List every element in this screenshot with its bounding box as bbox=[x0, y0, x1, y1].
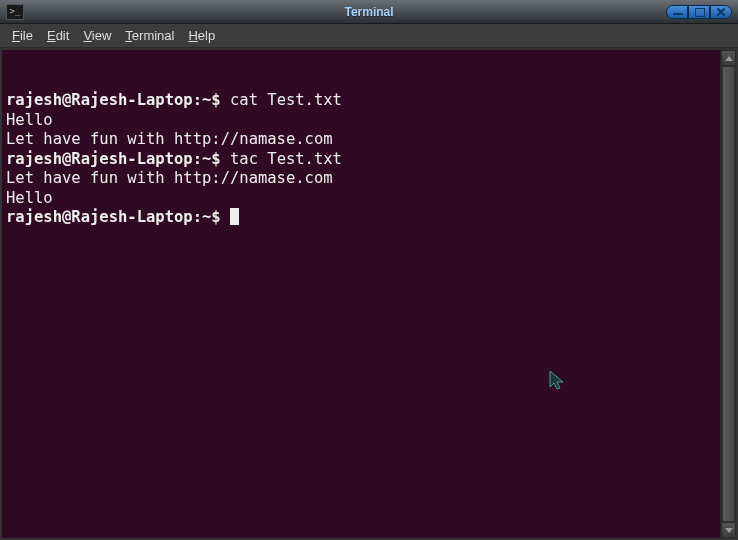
menu-edit[interactable]: Edit bbox=[41, 26, 75, 45]
terminal-line: Let have fun with http://namase.com bbox=[6, 130, 716, 150]
cursor-icon bbox=[474, 350, 569, 419]
maximize-button[interactable] bbox=[688, 5, 710, 19]
terminal-window: >_ Terminal File Edit View Terminal Help… bbox=[0, 0, 738, 540]
titlebar[interactable]: >_ Terminal bbox=[0, 0, 738, 24]
scrollbar[interactable] bbox=[720, 50, 736, 538]
menu-terminal[interactable]: Terminal bbox=[119, 26, 180, 45]
window-title: Terminal bbox=[344, 5, 393, 19]
menu-label: elp bbox=[198, 28, 215, 43]
terminal-line: Hello bbox=[6, 111, 716, 131]
menu-label: iew bbox=[92, 28, 112, 43]
menu-view[interactable]: View bbox=[77, 26, 117, 45]
text-cursor bbox=[230, 208, 239, 225]
close-button[interactable] bbox=[710, 5, 732, 19]
minimize-button[interactable] bbox=[666, 5, 688, 19]
terminal-content[interactable]: rajesh@Rajesh-Laptop:~$ cat Test.txtHell… bbox=[2, 50, 720, 538]
menu-label: erminal bbox=[132, 28, 175, 43]
terminal-line: Hello bbox=[6, 189, 716, 209]
scrollbar-thumb[interactable] bbox=[722, 66, 735, 522]
window-controls bbox=[666, 5, 732, 19]
terminal-line: rajesh@Rajesh-Laptop:~$ bbox=[6, 208, 716, 228]
shell-prompt: rajesh@Rajesh-Laptop:~$ bbox=[6, 208, 230, 226]
terminal-line: rajesh@Rajesh-Laptop:~$ tac Test.txt bbox=[6, 150, 716, 170]
terminal-line: rajesh@Rajesh-Laptop:~$ cat Test.txt bbox=[6, 91, 716, 111]
scrollbar-track[interactable] bbox=[721, 66, 736, 522]
menubar: File Edit View Terminal Help bbox=[0, 24, 738, 48]
shell-prompt: rajesh@Rajesh-Laptop:~$ bbox=[6, 150, 230, 168]
shell-command: tac Test.txt bbox=[230, 150, 342, 168]
shell-command: cat Test.txt bbox=[230, 91, 342, 109]
menu-file[interactable]: File bbox=[6, 26, 39, 45]
shell-prompt: rajesh@Rajesh-Laptop:~$ bbox=[6, 91, 230, 109]
app-icon: >_ bbox=[6, 4, 24, 20]
scroll-up-button[interactable] bbox=[721, 50, 736, 66]
scroll-down-button[interactable] bbox=[721, 522, 736, 538]
terminal-line: Let have fun with http://namase.com bbox=[6, 169, 716, 189]
terminal-container: rajesh@Rajesh-Laptop:~$ cat Test.txtHell… bbox=[0, 48, 738, 540]
menu-label: ile bbox=[20, 28, 33, 43]
menu-help[interactable]: Help bbox=[182, 26, 221, 45]
menu-label: dit bbox=[56, 28, 70, 43]
